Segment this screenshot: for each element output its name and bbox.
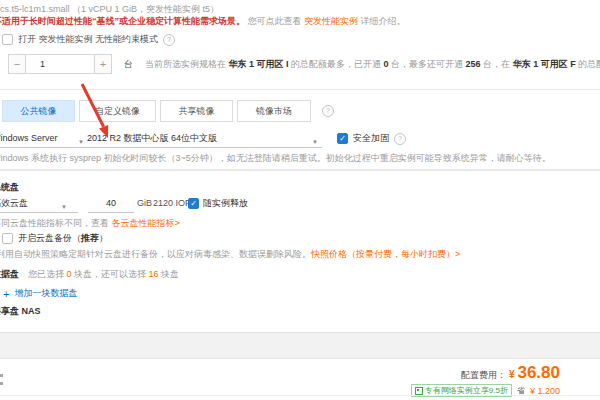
- quota-text: 当前所选实例规格在 华东 1 可用区 I 的总配额最多，已开通 0 台，最多还可…: [145, 58, 600, 71]
- os-select[interactable]: Windows Server ▼: [0, 131, 88, 148]
- data-disk-text-part: 您已选择: [28, 269, 67, 279]
- snapshot-note: 利用自动快照策略定期针对云盘进行备份，以应对病毒感染、数据误删除风险。快照价格（…: [0, 248, 460, 261]
- release-with-instance-row: ✓ 随实例释放: [188, 197, 248, 210]
- os-select-value: Windows Server: [0, 133, 58, 143]
- os-version-value: 2012 R2 数据中心版 64位中文版: [87, 133, 217, 143]
- disk-size-unit: GiB: [137, 198, 152, 208]
- tab-shared-image[interactable]: 共享镜像: [160, 100, 233, 122]
- security-reinforce-row: ✓ 安全加固 ?: [337, 132, 406, 145]
- tab-custom-image[interactable]: 自定义镜像: [79, 100, 156, 122]
- section-divider: [0, 169, 600, 171]
- fee-amount: 36.80: [517, 363, 560, 383]
- snapshot-text: 利用自动快照策略定期针对云盘进行备份，以应对病毒感染、数据误删除风险。: [0, 249, 311, 259]
- quota-text-part: 台，最多还可开通: [389, 59, 466, 69]
- data-disk-selection-text: 您已选择 0 块盘，还可以选择 16 块盘: [28, 268, 179, 281]
- disk-size-input[interactable]: 40: [88, 196, 134, 213]
- quantity-increase-button[interactable]: +: [94, 54, 112, 74]
- quota-zone-1: 华东 1 可用区 I: [229, 59, 289, 69]
- burst-warning-line: 不适用于长时间超过性能“基线”或企业稳定计算性能需求场景。 您可点此查看 突发性…: [0, 15, 406, 28]
- discount-tag-icon: [415, 387, 423, 395]
- data-disk-label: 数据盘: [0, 268, 19, 281]
- clipped-edge-text: [0, 374, 3, 377]
- data-disk-text-part: 块盘，还可以选择: [72, 269, 149, 279]
- disk-backup-row: 开启云盘备份（推荐）: [2, 232, 108, 245]
- disk-perf-note: 不同云盘性能指标不同，查看 各云盘性能指标>: [0, 217, 180, 230]
- help-icon[interactable]: ?: [163, 34, 175, 46]
- fee-summary: 配置费用： ¥ 36.80: [461, 363, 560, 383]
- disk-backup-label: 开启云盘备份（推荐）: [18, 232, 108, 245]
- ecs-buy-page: ecs.t5-lc1m1.small （1 vCPU 1 GiB，突发性能实例 …: [0, 0, 600, 400]
- burst-instance-link[interactable]: 突发性能实例: [304, 16, 358, 26]
- backup-recommend-text: 推荐: [81, 233, 99, 243]
- add-data-disk-label: 增加一块数据盘: [14, 287, 77, 300]
- os-version-select[interactable]: 2012 R2 数据中心版 64位中文版 ▼: [87, 131, 322, 148]
- sysprep-note: Windows 系统执行 sysprep 初始化时间较长（3~5分钟），如无法登…: [0, 152, 551, 165]
- help-icon[interactable]: ?: [322, 105, 334, 117]
- quota-text-part: 的总配额最多，已开通: [289, 59, 384, 69]
- quantity-decrease-button[interactable]: −: [8, 54, 26, 74]
- footer-divider: [0, 395, 600, 396]
- plus-icon: +: [3, 288, 9, 300]
- collapsed-panel: [0, 332, 600, 359]
- quantity-row: − 1 + 台 当前所选实例规格在 华东 1 可用区 I 的总配额最多，已开通 …: [8, 54, 600, 74]
- image-tab-bar: 公共镜像 自定义镜像 共享镜像 镜像市场: [2, 100, 311, 122]
- help-icon[interactable]: ?: [394, 133, 406, 145]
- quantity-input[interactable]: 1: [26, 54, 94, 74]
- warning-normal-text: 您可点此查看: [248, 16, 305, 26]
- disk-type-select[interactable]: 高效云盘 ▼: [0, 196, 78, 213]
- quota-zone-2: 华东 1 可用区 F: [513, 59, 576, 69]
- add-data-disk-link[interactable]: + 增加一块数据盘: [3, 287, 77, 300]
- data-disk-text-part: 块盘: [159, 269, 180, 279]
- clipped-edge-text: [0, 382, 3, 385]
- fee-currency: ¥: [509, 369, 515, 380]
- security-reinforce-checkbox[interactable]: ✓: [337, 133, 348, 144]
- save-amount: ¥ 1.200: [530, 386, 560, 396]
- section-divider: [0, 89, 600, 90]
- chevron-down-icon: ▼: [312, 135, 318, 150]
- burst-mode-checkbox[interactable]: [2, 34, 13, 45]
- quantity-unit: 台: [124, 58, 133, 71]
- disk-backup-checkbox[interactable]: [2, 233, 13, 244]
- disk-perf-text: 不同云盘性能指标不同，查看: [0, 218, 112, 228]
- backup-label-part: ）: [99, 233, 108, 243]
- backup-label-part: 开启云盘备份（: [18, 233, 81, 243]
- chevron-down-icon: ▼: [61, 200, 67, 215]
- quota-text-part: 当前所选实例规格在: [145, 59, 229, 69]
- disk-perf-link[interactable]: 各云盘性能指标>: [112, 218, 180, 228]
- snapshot-price-link[interactable]: 快照价格（按量付费，每小时扣费）>: [311, 249, 460, 259]
- burst-mode-label: 打开 突发性能实例 无性能约束模式: [18, 33, 158, 46]
- fee-label: 配置费用：: [461, 369, 506, 382]
- burst-mode-row: 打开 突发性能实例 无性能约束模式 ?: [2, 33, 175, 46]
- tab-image-market[interactable]: 镜像市场: [237, 100, 311, 122]
- quota-text-part: 的总配额最少，已开通: [576, 59, 600, 69]
- warning-text: 不适用于长时间超过性能“基线”或企业稳定计算性能需求场景。: [0, 16, 245, 26]
- security-reinforce-label: 安全加固: [353, 132, 389, 145]
- warning-tail-text: 详细介绍。: [361, 16, 406, 26]
- quota-remaining-count-1: 256: [466, 59, 481, 69]
- chevron-down-icon: ▼: [78, 135, 84, 150]
- release-with-instance-checkbox[interactable]: ✓: [188, 198, 199, 209]
- nas-label: 共享盘 NAS: [0, 305, 41, 318]
- disk-type-value: 高效云盘: [0, 198, 28, 208]
- tab-public-image[interactable]: 公共镜像: [2, 100, 75, 122]
- release-with-instance-label: 随实例释放: [203, 197, 248, 210]
- quota-text-part: 台，在: [481, 59, 513, 69]
- data-disk-available-count: 16: [149, 269, 159, 279]
- system-disk-label: 系统盘: [0, 181, 19, 194]
